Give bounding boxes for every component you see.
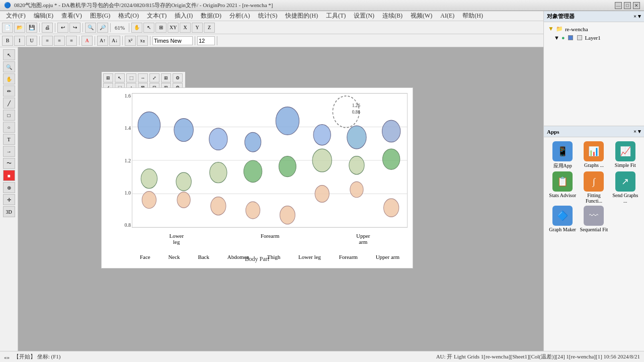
menu-ai[interactable]: AI(E) bbox=[436, 11, 458, 21]
menu-text[interactable]: 文本(T) bbox=[143, 11, 171, 21]
menu-stats[interactable]: 统计(S) bbox=[254, 11, 282, 21]
tool-zoom[interactable]: 🔍 bbox=[3, 61, 15, 72]
chart-container[interactable]: Single-region Two-region Three-region He… bbox=[101, 87, 413, 268]
open-btn[interactable]: 📂 bbox=[14, 23, 25, 33]
menu-quickgraph[interactable]: 快捷图的(H) bbox=[281, 11, 322, 21]
tool-screen-reader[interactable]: ✛ bbox=[3, 194, 15, 205]
app-item-1[interactable]: 📊 Graphs ... bbox=[579, 141, 608, 169]
sep3 bbox=[83, 23, 83, 32]
print-btn[interactable]: 🖨 bbox=[42, 23, 53, 33]
menu-format[interactable]: 格式(O) bbox=[114, 11, 143, 21]
zoom-in-btn[interactable]: 🔍 bbox=[85, 23, 96, 33]
font-bold-btn[interactable]: B bbox=[2, 36, 13, 46]
mini-btn-3[interactable]: ⬚ bbox=[126, 73, 136, 82]
superscript-btn[interactable]: x² bbox=[125, 36, 136, 46]
apps-grid: 📱 应用App 📊 Graphs ... 📈 Simple Fit 📋 Stat… bbox=[544, 137, 644, 236]
menu-file[interactable]: 文件(F) bbox=[2, 11, 30, 21]
left-tool-panel: ↖ 🔍 ✋ ✏ ╱ □ ○ T → 〜 ■ ⊕ ✛ 3D bbox=[0, 47, 18, 351]
app-item-7[interactable]: 〰 Sequential Fit bbox=[579, 206, 608, 232]
tool-line[interactable]: ╱ bbox=[3, 98, 15, 109]
maximize-button[interactable]: □ bbox=[624, 2, 631, 9]
bubble-upperarm-single bbox=[382, 120, 400, 142]
undo-btn[interactable]: ↩ bbox=[57, 23, 68, 33]
y-label-0.8: 0.8 bbox=[125, 222, 131, 228]
font-underline-btn[interactable]: U bbox=[26, 36, 37, 46]
object-manager-title: 对象管理器 × ▾ bbox=[544, 11, 644, 22]
mini-btn-1[interactable]: ⊞ bbox=[103, 73, 113, 82]
font-family-input[interactable] bbox=[152, 36, 193, 45]
align-left-btn[interactable]: ≡ bbox=[42, 36, 53, 46]
menu-help[interactable]: 帮助(H) bbox=[458, 11, 487, 21]
title-bar-left: 🔵 0820气泡图.opju * - DA教机学习导包的会中/2024/0820… bbox=[4, 2, 273, 9]
font-italic-btn[interactable]: I bbox=[14, 36, 25, 46]
mini-btn-6[interactable]: ⊞ bbox=[161, 73, 171, 82]
app-item-6[interactable]: 🔷 Graph Maker bbox=[548, 206, 577, 232]
menu-analysis[interactable]: 分析(A) bbox=[225, 11, 254, 21]
tool-rect[interactable]: □ bbox=[3, 110, 15, 121]
status-text-left: 【开始】 坐标: (F1) bbox=[14, 353, 61, 360]
app-item-2[interactable]: 📈 Simple Fit bbox=[611, 141, 640, 169]
font-size-up-btn[interactable]: A↑ bbox=[97, 36, 108, 46]
annotation-text-bottom: 0.86 bbox=[352, 109, 360, 115]
align-center-btn[interactable]: ≡ bbox=[54, 36, 65, 46]
tree-item-rewencha[interactable]: ▼ 📁 re-wencha bbox=[546, 24, 642, 34]
bubble-thigh-single bbox=[276, 107, 299, 135]
folder-icon-2: 📁 bbox=[556, 26, 563, 32]
xy-btn[interactable]: XY bbox=[168, 23, 179, 33]
subscript-btn[interactable]: x₂ bbox=[137, 36, 148, 46]
bubble-forearm-two bbox=[349, 156, 364, 174]
menu-graph[interactable]: 图形(G) bbox=[86, 11, 115, 21]
tree-item-layer1[interactable]: ▼ ● Layer1 bbox=[546, 34, 642, 42]
tool-color-picker[interactable]: ■ bbox=[3, 170, 15, 181]
menu-continuous[interactable]: 连续(B) bbox=[378, 11, 407, 21]
menu-video[interactable]: 视频(W) bbox=[407, 11, 436, 21]
mini-btn-4[interactable]: ↔ bbox=[138, 73, 148, 82]
color-btn[interactable]: A bbox=[82, 36, 93, 46]
redo-btn[interactable]: ↪ bbox=[69, 23, 80, 33]
tool-pointer[interactable]: ↖ bbox=[3, 49, 15, 60]
tool-data-reader[interactable]: ⊕ bbox=[3, 182, 15, 193]
font-size-input[interactable] bbox=[197, 36, 215, 45]
new-btn[interactable]: 📄 bbox=[2, 23, 13, 33]
y-btn[interactable]: Y bbox=[192, 23, 203, 33]
minimize-button[interactable]: — bbox=[615, 2, 622, 9]
app-item-5[interactable]: ↗ Send Graphs ... bbox=[611, 171, 640, 204]
app-item-4[interactable]: ∫ Fitting Functi... bbox=[579, 171, 608, 204]
menu-data[interactable]: 数据(D) bbox=[197, 11, 225, 21]
app-label-3: Stats Advisor bbox=[549, 193, 576, 198]
rescale-btn[interactable]: ⊞ bbox=[155, 23, 167, 33]
x-label-forearm-top: Forearm bbox=[261, 233, 279, 245]
mini-btn-7[interactable]: ⚙ bbox=[173, 73, 183, 82]
menu-edit[interactable]: 编辑(E) bbox=[30, 11, 57, 21]
x-btn[interactable]: X bbox=[180, 23, 191, 33]
tool-ellipse[interactable]: ○ bbox=[3, 122, 15, 133]
menu-view[interactable]: 查看(V) bbox=[57, 11, 86, 21]
menu-tools[interactable]: 工具(T) bbox=[322, 11, 350, 21]
app-icon-6: 🔷 bbox=[552, 206, 573, 226]
tool-draw[interactable]: ✏ bbox=[3, 85, 15, 97]
zoom-out-btn[interactable]: 🔎 bbox=[97, 23, 108, 33]
bubble-back-single bbox=[209, 128, 227, 150]
menu-insert[interactable]: 插入(I) bbox=[171, 11, 197, 21]
tool-curve[interactable]: 〜 bbox=[3, 158, 15, 169]
app-item-0[interactable]: 📱 应用App bbox=[548, 141, 577, 169]
bubble-back-two bbox=[210, 162, 227, 183]
z-btn[interactable]: Z bbox=[204, 23, 215, 33]
align-right-btn[interactable]: ≡ bbox=[66, 36, 77, 46]
pan-btn[interactable]: ✋ bbox=[131, 23, 142, 33]
select-btn[interactable]: ↖ bbox=[143, 23, 154, 33]
close-button[interactable]: ✕ bbox=[633, 2, 640, 9]
font-size-down-btn[interactable]: A↓ bbox=[109, 36, 120, 46]
window-title: 0820气泡图.opju * - DA教机学习导包的会中/2024/0820/8… bbox=[14, 2, 273, 9]
mini-btn-2[interactable]: ↖ bbox=[115, 73, 125, 82]
tool-pan[interactable]: ✋ bbox=[3, 73, 15, 84]
menu-settings[interactable]: 设置(N) bbox=[350, 11, 378, 21]
object-manager-controls: × ▾ bbox=[633, 13, 641, 20]
apps-panel-title: Apps × ▾ bbox=[544, 126, 644, 137]
app-item-3[interactable]: 📋 Stats Advisor bbox=[548, 171, 577, 204]
tool-3d[interactable]: 3D bbox=[3, 206, 15, 217]
save-btn[interactable]: 💾 bbox=[26, 23, 37, 33]
mini-btn-5[interactable]: ⤢ bbox=[149, 73, 159, 82]
tool-text[interactable]: T bbox=[3, 134, 15, 145]
tool-arrow[interactable]: → bbox=[3, 146, 15, 157]
